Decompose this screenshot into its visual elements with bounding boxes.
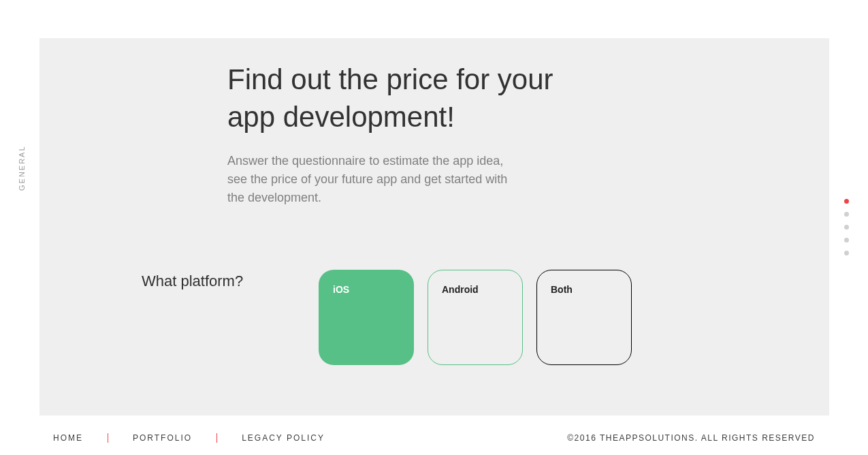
footer-separator <box>216 433 217 443</box>
option-ios-button[interactable]: iOS <box>319 270 414 365</box>
progress-dot-2[interactable] <box>844 212 849 217</box>
subhead: Answer the questionnaire to estimate the… <box>227 152 520 207</box>
progress-dot-5[interactable] <box>844 251 849 255</box>
platform-options: iOS Android Both <box>319 270 632 365</box>
progress-dot-4[interactable] <box>844 238 849 242</box>
progress-dots <box>844 199 849 255</box>
option-both-button[interactable]: Both <box>536 270 632 365</box>
option-label: Android <box>442 284 479 295</box>
footer-nav: HOME PORTFOLIO LEGACY POLICY <box>53 433 325 443</box>
main-panel: Find out the price for your app developm… <box>39 38 829 415</box>
headline: Find out the price for your app developm… <box>227 61 581 136</box>
option-android-button[interactable]: Android <box>428 270 523 365</box>
question-label: What platform? <box>142 270 319 290</box>
footer-separator <box>108 433 108 443</box>
progress-dot-3[interactable] <box>844 225 849 230</box>
footer-link-legacy-policy[interactable]: LEGACY POLICY <box>242 433 325 443</box>
option-label: Both <box>551 284 573 295</box>
option-label: iOS <box>333 284 349 295</box>
progress-dot-1[interactable] <box>844 199 849 204</box>
footer: HOME PORTFOLIO LEGACY POLICY ©2016 THEAP… <box>53 433 815 443</box>
footer-link-home[interactable]: HOME <box>53 433 83 443</box>
footer-link-portfolio[interactable]: PORTFOLIO <box>133 433 192 443</box>
footer-copyright: ©2016 THEAPPSOLUTIONS. ALL RIGHTS RESERV… <box>567 433 815 443</box>
side-label-general: GENERAL <box>18 145 26 191</box>
